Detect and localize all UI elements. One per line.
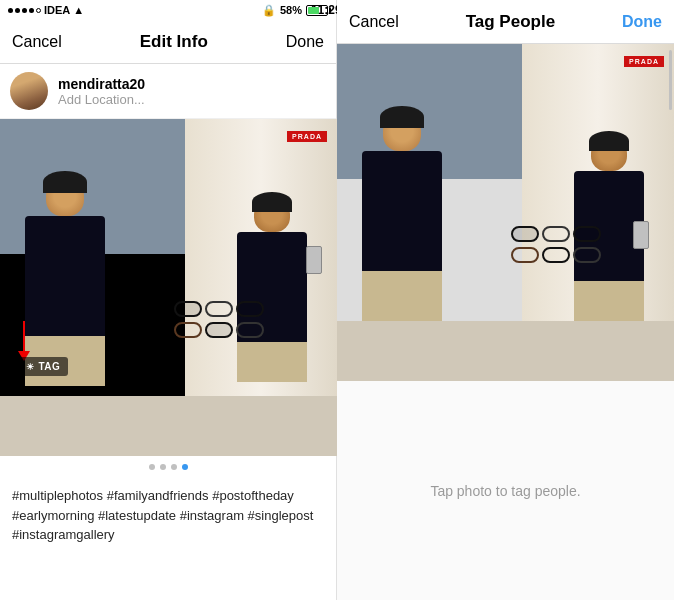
battery-percent: 58% — [280, 4, 302, 16]
dot3 — [22, 8, 27, 13]
add-location-button[interactable]: Add Location... — [58, 92, 145, 107]
lock-icon: 🔒 — [262, 4, 276, 17]
dot-indicator-4-active — [182, 464, 188, 470]
right-glasses-1 — [511, 226, 539, 242]
wifi-icon: ▲ — [73, 4, 84, 16]
battery-fill — [308, 7, 319, 14]
tap-to-tag-label: Tap photo to tag people. — [430, 483, 580, 499]
dot5 — [36, 8, 41, 13]
person1-head — [46, 176, 84, 216]
right-glasses-row1 — [511, 226, 670, 242]
sunglasses-shelf — [169, 296, 338, 376]
glasses-6 — [236, 322, 264, 338]
glasses-2 — [205, 301, 233, 317]
right-done-button[interactable]: Done — [622, 13, 662, 31]
right-cancel-button[interactable]: Cancel — [349, 13, 399, 31]
right-photo-scene: PRADA — [337, 44, 674, 381]
glasses-3 — [236, 301, 264, 317]
person2-hair — [252, 192, 292, 212]
right-glasses-4 — [511, 247, 539, 263]
right-person1 — [352, 111, 452, 321]
status-bar: IDEA ▲ 11:29 AM 🔒 58% — [0, 0, 336, 20]
glasses-5 — [205, 322, 233, 338]
phone-in-hand — [306, 246, 322, 274]
right-floor — [337, 321, 674, 381]
tap-to-tag-text: Tap photo to tag people. — [337, 381, 674, 600]
carrier-name: IDEA — [44, 4, 70, 16]
person1-body — [25, 216, 105, 336]
dot2 — [15, 8, 20, 13]
dot-indicator-2 — [160, 464, 166, 470]
dot-indicator-1 — [149, 464, 155, 470]
tag-label: TAG — [39, 361, 61, 372]
scrollbar[interactable] — [669, 50, 672, 110]
right-prada-sign: PRADA — [624, 56, 664, 67]
glasses-row-1 — [174, 301, 333, 317]
dot-indicator-3 — [171, 464, 177, 470]
dot4 — [29, 8, 34, 13]
right-photo[interactable]: PRADA — [337, 44, 674, 381]
left-cancel-button[interactable]: Cancel — [12, 33, 62, 51]
avatar — [10, 72, 48, 110]
dot-indicators — [0, 456, 336, 478]
left-nav-title: Edit Info — [140, 32, 208, 52]
avatar-image — [10, 72, 48, 110]
prada-sign: PRADA — [287, 131, 327, 142]
caption[interactable]: #multiplephotos #familyandfriends #posto… — [0, 478, 336, 553]
right-person1-shorts — [362, 271, 442, 321]
username: mendiratta20 — [58, 76, 145, 92]
left-nav-bar: Cancel Edit Info Done — [0, 20, 336, 64]
dot1 — [8, 8, 13, 13]
arrow-indicator — [18, 321, 30, 361]
right-glasses-6 — [573, 247, 601, 263]
camera-icon: ☀ — [26, 362, 35, 372]
right-person2-hair — [589, 131, 629, 151]
floor — [0, 396, 337, 456]
tag-button[interactable]: ☀ TAG — [18, 357, 68, 376]
left-done-button[interactable]: Done — [286, 33, 324, 51]
battery-icon — [306, 5, 328, 16]
arrow-shaft — [23, 321, 25, 351]
glasses-row-2 — [174, 322, 333, 338]
right-nav-bar: Cancel Tag People Done — [337, 0, 674, 44]
signal-dots — [8, 8, 41, 13]
right-glasses-3 — [573, 226, 601, 242]
right-glasses-row2 — [511, 247, 670, 263]
photo-scene: PRADA — [0, 119, 337, 456]
user-row: mendiratta20 Add Location... — [0, 64, 336, 119]
right-person1-hair — [380, 106, 424, 128]
right-nav-title: Tag People — [466, 12, 555, 32]
right-sunglasses-shelf — [506, 221, 675, 301]
left-panel: IDEA ▲ 11:29 AM 🔒 58% Cancel Edit Info D… — [0, 0, 337, 600]
status-right: 🔒 58% — [262, 4, 328, 17]
right-person1-body — [362, 151, 442, 271]
person2-head — [254, 196, 290, 232]
person1-hair — [43, 171, 87, 193]
glasses-1 — [174, 301, 202, 317]
status-left: IDEA ▲ — [8, 4, 84, 16]
glasses-4 — [174, 322, 202, 338]
left-photo[interactable]: PRADA — [0, 119, 337, 456]
right-panel: Cancel Tag People Done PRADA — [337, 0, 674, 600]
right-glasses-2 — [542, 226, 570, 242]
right-glasses-5 — [542, 247, 570, 263]
user-info: mendiratta20 Add Location... — [58, 76, 145, 107]
